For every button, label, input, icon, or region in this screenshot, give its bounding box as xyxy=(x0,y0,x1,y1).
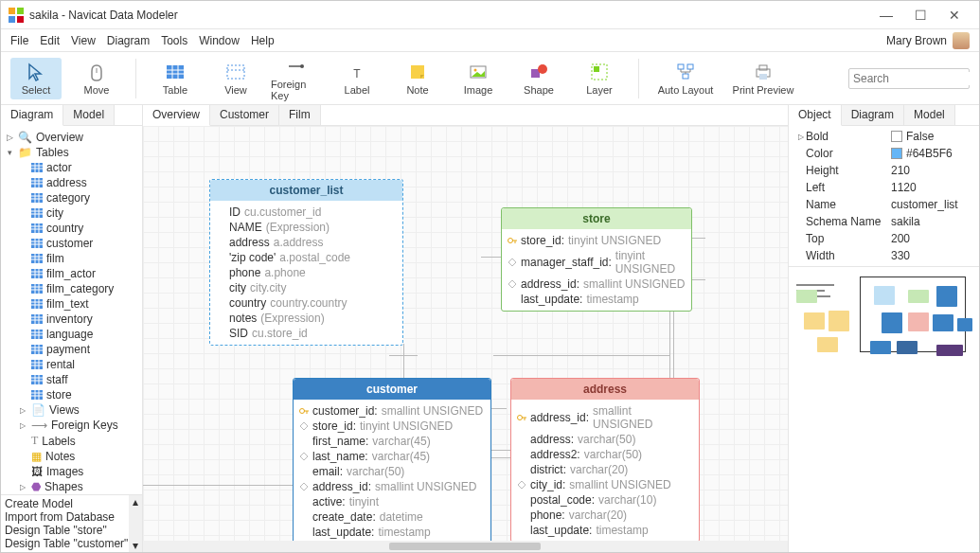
tool-layer[interactable]: Layer xyxy=(574,58,625,99)
recent-scrollbar[interactable]: ▴▾ xyxy=(129,495,142,552)
menu-edit[interactable]: Edit xyxy=(40,34,60,47)
entity-customer[interactable]: customer customer_id: smallint UNSIGNEDs… xyxy=(293,378,491,541)
tab-model[interactable]: Model xyxy=(63,105,115,125)
horizontal-scrollbar[interactable] xyxy=(143,541,788,552)
menu-window[interactable]: Window xyxy=(199,34,240,47)
tab-model-props[interactable]: Model xyxy=(904,105,955,125)
tree-table-country[interactable]: country xyxy=(3,221,140,236)
menu-tools[interactable]: Tools xyxy=(161,34,187,47)
tree-views[interactable]: ▷📄Views xyxy=(3,402,140,418)
column[interactable]: address_id: smallint UNSIGNED xyxy=(517,403,693,432)
tree-table-store[interactable]: store xyxy=(3,387,140,402)
tree-labels[interactable]: TLabels xyxy=(3,433,140,449)
recent-item[interactable]: Design Table "store" xyxy=(5,524,138,537)
column[interactable]: address_id: smallint UNSIGNED xyxy=(299,479,485,494)
column[interactable]: last_update: timestamp xyxy=(508,292,686,307)
tool-auto-layout[interactable]: Auto Layout xyxy=(652,58,719,99)
tree-table-customer[interactable]: customer xyxy=(3,236,140,251)
column[interactable]: address_id: smallint UNSIGNED xyxy=(508,276,686,292)
tool-print-preview[interactable]: Print Preview xyxy=(728,58,798,99)
overview-map[interactable] xyxy=(789,266,979,552)
minimize-button[interactable]: — xyxy=(869,2,903,28)
avatar[interactable] xyxy=(953,32,970,49)
tree-table-film_category[interactable]: film_category xyxy=(3,281,140,296)
checkbox-icon[interactable] xyxy=(891,131,902,142)
tree-table-film_actor[interactable]: film_actor xyxy=(3,266,140,281)
tool-foreign-key[interactable]: Foreign Key xyxy=(271,52,322,105)
object-tree[interactable]: ▷🔍Overview ▾📁Tables actoraddresscategory… xyxy=(1,126,142,494)
column[interactable]: NAME (Expression) xyxy=(216,220,397,235)
tool-select[interactable]: Select xyxy=(10,58,62,99)
tree-shapes[interactable]: ▷⬣Shapes xyxy=(3,479,140,494)
recent-item[interactable]: Create Model xyxy=(5,497,138,510)
tree-table-film_text[interactable]: film_text xyxy=(3,296,140,312)
color-swatch[interactable] xyxy=(891,148,902,159)
menu-file[interactable]: File xyxy=(10,34,28,47)
user-name[interactable]: Mary Brown xyxy=(886,34,947,47)
tool-table[interactable]: Table xyxy=(150,58,201,99)
menu-help[interactable]: Help xyxy=(251,34,275,47)
column[interactable]: manager_staff_id: tinyint UNSIGNED xyxy=(508,248,686,276)
tab-diagram[interactable]: Diagram xyxy=(1,105,63,126)
column[interactable]: address a.address xyxy=(216,235,397,250)
tool-image[interactable]: Image xyxy=(453,58,504,99)
column[interactable]: customer_id: smallint UNSIGNED xyxy=(299,403,485,419)
column[interactable]: notes (Expression) xyxy=(216,311,397,326)
tree-overview[interactable]: ▷🔍Overview xyxy=(3,130,140,145)
tree-tables[interactable]: ▾📁Tables xyxy=(3,145,140,160)
tree-table-film[interactable]: film xyxy=(3,251,140,266)
column[interactable]: store_id: tinyint UNSIGNED xyxy=(508,233,686,248)
tree-table-language[interactable]: language xyxy=(3,327,140,342)
column[interactable]: postal_code: varchar(10) xyxy=(517,492,693,508)
column[interactable]: first_name: varchar(45) xyxy=(299,434,485,449)
column[interactable]: phone a.phone xyxy=(216,265,397,280)
tab-overview[interactable]: Overview xyxy=(143,105,210,126)
entity-store[interactable]: store store_id: tinyint UNSIGNEDmanager_… xyxy=(501,207,692,312)
column[interactable]: phone: varchar(20) xyxy=(517,508,693,523)
column[interactable]: store_id: tinyint UNSIGNED xyxy=(299,419,485,434)
tree-notes[interactable]: ▦Notes xyxy=(3,449,140,464)
prop-top[interactable]: Top200 xyxy=(796,230,971,247)
prop-width[interactable]: Width330 xyxy=(796,247,971,264)
column[interactable]: last_name: varchar(45) xyxy=(299,449,485,464)
close-button[interactable]: ✕ xyxy=(937,2,971,28)
column[interactable]: 'zip code' a.postal_code xyxy=(216,250,397,265)
tree-table-payment[interactable]: payment xyxy=(3,342,140,357)
tool-label[interactable]: T Label xyxy=(331,58,383,99)
column[interactable]: city_id: smallint UNSIGNED xyxy=(517,477,693,492)
column[interactable]: create_date: datetime xyxy=(299,509,485,525)
tree-table-rental[interactable]: rental xyxy=(3,357,140,372)
tree-images[interactable]: 🖼Images xyxy=(3,464,140,479)
tree-table-actor[interactable]: actor xyxy=(3,160,140,175)
tree-table-city[interactable]: city xyxy=(3,205,140,221)
column[interactable]: email: varchar(50) xyxy=(299,464,485,479)
column[interactable]: address2: varchar(50) xyxy=(517,447,693,462)
tree-table-inventory[interactable]: inventory xyxy=(3,312,140,327)
column[interactable]: city city.city xyxy=(216,280,397,295)
menu-view[interactable]: View xyxy=(71,34,96,47)
tab-customer[interactable]: Customer xyxy=(210,105,279,125)
tool-shape[interactable]: Shape xyxy=(513,58,564,99)
diagram-canvas[interactable]: customer_list ID cu.customer_idNAME (Exp… xyxy=(143,126,788,541)
tool-note[interactable]: Note xyxy=(392,58,443,99)
tree-foreign-keys[interactable]: ▷⟶Foreign Keys xyxy=(3,418,140,433)
column[interactable]: active: tinyint xyxy=(299,494,485,509)
entity-address[interactable]: address address_id: smallint UNSIGNEDadd… xyxy=(510,378,700,541)
column[interactable]: ID cu.customer_id xyxy=(216,205,397,220)
prop-height[interactable]: Height210 xyxy=(796,162,971,179)
recent-item[interactable]: Design Table "customer" xyxy=(5,537,138,550)
tree-table-address[interactable]: address xyxy=(3,175,140,190)
column[interactable]: address: varchar(50) xyxy=(517,432,693,447)
tree-table-category[interactable]: category xyxy=(3,190,140,205)
tab-diagram-props[interactable]: Diagram xyxy=(842,105,904,125)
prop-left[interactable]: Left1120 xyxy=(796,179,971,196)
column[interactable]: country country.country xyxy=(216,295,397,311)
prop-color[interactable]: Color#64B5F6 xyxy=(796,145,971,162)
tree-table-staff[interactable]: staff xyxy=(3,372,140,387)
prop-name[interactable]: Namecustomer_list xyxy=(796,196,971,213)
column[interactable]: last_update: timestamp xyxy=(517,523,693,538)
recent-item[interactable]: Import from Database xyxy=(5,510,138,524)
tool-move[interactable]: Move xyxy=(71,58,122,99)
tab-film[interactable]: Film xyxy=(279,105,321,125)
menu-diagram[interactable]: Diagram xyxy=(107,34,150,47)
